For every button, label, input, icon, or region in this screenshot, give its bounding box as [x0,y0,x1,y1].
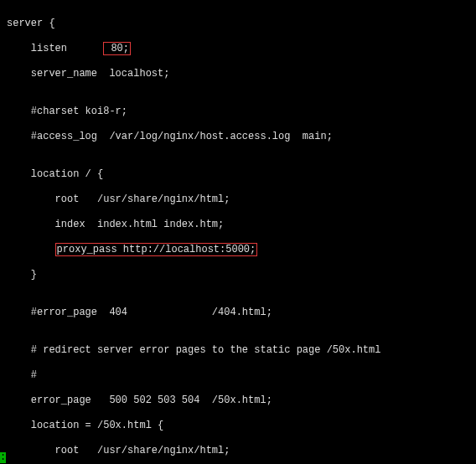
code-text: listen [7,43,103,54]
code-line: location / { [7,168,469,181]
command-prompt-cursor[interactable]: : [0,452,6,463]
code-line: index index.html index.htm; [7,219,469,231]
code-line: server_name localhost; [7,68,469,80]
code-line: # [7,369,469,382]
code-line: root /usr/share/nginx/html; [7,193,469,206]
code-line: #error_page 404 /404.html; [7,307,469,319]
code-line: #access_log /var/log/nginx/host.access.l… [7,131,469,143]
code-line: } [7,269,469,281]
code-line: proxy_pass http://localhost:5000; [7,244,469,256]
status-bar[interactable]: : [0,451,476,464]
code-line: # redirect server error pages to the sta… [7,344,469,357]
code-line: #charset koi8-r; [7,106,469,118]
highlight-listen-port: 80; [103,42,131,55]
terminal-viewport[interactable]: server { listen 80; server_name localhos… [0,0,476,464]
code-line: error_page 500 502 503 504 /50x.html; [7,394,469,407]
code-line: server { [7,18,469,30]
highlight-proxy-pass: proxy_pass http://localhost:5000; [55,243,258,256]
code-text [7,244,55,255]
code-line: location = /50x.html { [7,420,469,432]
code-line: listen 80; [7,43,469,55]
